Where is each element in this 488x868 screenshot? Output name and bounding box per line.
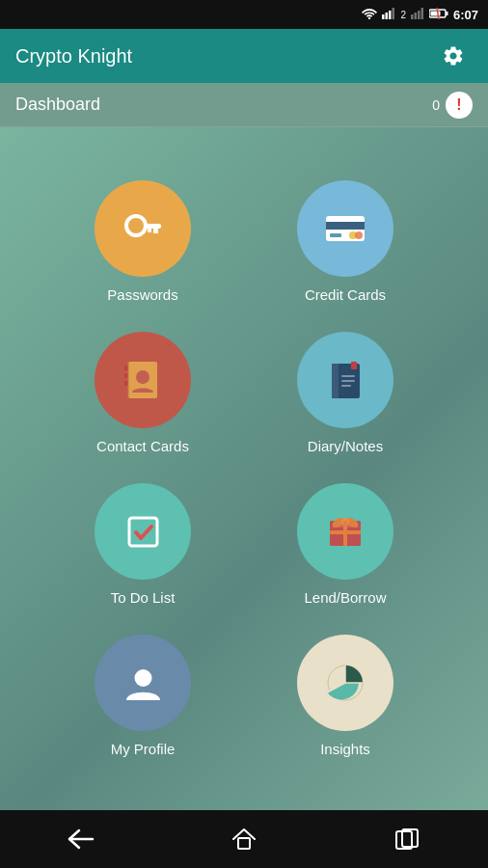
svg-rect-6 [414,13,417,19]
svg-rect-34 [129,518,157,546]
settings-button[interactable] [434,37,473,75]
main-content: Passwords Credit Cards [0,127,488,810]
dashboard-title: Dashboard [15,95,100,115]
app-bar: Crypto Knight [0,29,488,83]
passwords-item[interactable]: Passwords [61,180,225,303]
contact-cards-icon-circle [95,332,191,428]
my-profile-label: My Profile [111,741,176,757]
todo-list-icon-circle [95,483,191,580]
credit-cards-icon-circle [297,180,393,277]
svg-rect-33 [341,385,351,387]
svg-rect-2 [386,13,389,19]
svg-point-0 [368,17,370,19]
status-bar: 2 6:07 [0,0,488,29]
svg-rect-48 [238,838,250,849]
my-profile-icon-circle [95,635,191,731]
contact-cards-label: Contact Cards [96,438,189,454]
credit-cards-label: Credit Cards [305,286,386,303]
svg-rect-18 [326,222,365,230]
todo-list-label: To Do List [111,589,176,606]
svg-rect-25 [124,381,128,386]
svg-point-42 [134,669,151,687]
svg-rect-14 [144,224,161,229]
svg-rect-4 [393,8,395,19]
diary-notes-item[interactable]: Diary/Notes [263,332,427,454]
status-time: 6:07 [453,8,478,22]
lend-borrow-label: Lend/Borrow [304,589,386,606]
svg-rect-24 [124,373,128,378]
bottom-nav [0,810,488,868]
contact-cards-item[interactable]: Contact Cards [61,332,225,454]
svg-rect-30 [351,362,357,369]
insights-icon-circle [297,635,393,731]
my-profile-item[interactable]: My Profile [61,635,225,757]
badge-count: 0 [432,97,440,113]
back-button[interactable] [52,820,110,858]
svg-rect-31 [341,375,355,377]
svg-point-21 [355,231,363,239]
svg-rect-3 [389,11,392,19]
signal2-icon [411,8,424,21]
battery-icon [429,8,448,21]
lend-borrow-icon-circle [297,483,393,580]
diary-notes-icon-circle [297,332,393,428]
recents-button[interactable] [378,820,436,858]
svg-rect-1 [382,14,385,19]
svg-rect-8 [420,8,423,19]
svg-rect-41 [330,530,361,534]
passwords-label: Passwords [107,286,177,303]
svg-rect-19 [330,233,341,237]
insights-item[interactable]: Insights [263,635,427,757]
svg-point-26 [136,370,149,384]
insights-label: Insights [320,741,370,757]
sub-header: Dashboard 0 ! [0,83,488,127]
alert-icon[interactable]: ! [446,92,473,119]
svg-rect-5 [411,14,414,19]
svg-rect-16 [148,229,151,232]
app-title: Crypto Knight [15,45,132,68]
dashboard-grid: Passwords Credit Cards [61,180,427,757]
lend-borrow-item[interactable]: Lend/Borrow [263,483,427,606]
svg-rect-32 [341,380,355,382]
signal-icon [382,8,395,21]
wifi-icon [362,8,377,21]
status-bar-right: 2 6:07 [362,8,478,22]
home-button[interactable] [215,820,273,858]
sim-icon: 2 [400,10,406,20]
passwords-icon-circle [95,180,191,277]
svg-rect-23 [124,366,128,370]
credit-cards-item[interactable]: Credit Cards [263,180,427,303]
svg-rect-10 [446,12,447,15]
svg-rect-7 [418,11,420,19]
diary-notes-label: Diary/Notes [308,438,383,454]
sub-header-right: 0 ! [432,92,473,119]
svg-rect-29 [332,364,339,398]
svg-point-13 [126,216,146,235]
todo-list-item[interactable]: To Do List [61,483,225,606]
svg-rect-15 [153,229,158,233]
